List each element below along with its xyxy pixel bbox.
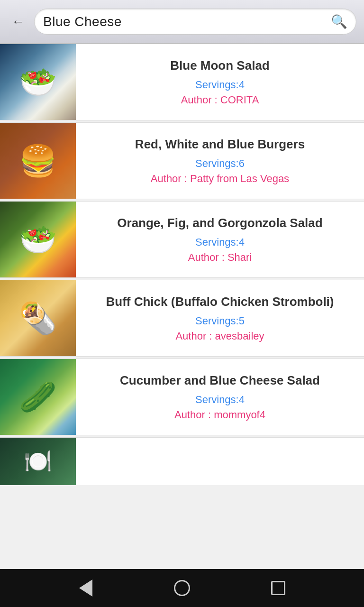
recipe-item[interactable]: Red, White and Blue Burgers Servings:6 A… [0,122,364,199]
recipe-item[interactable]: Orange, Fig, and Gorgonzola Salad Servin… [0,201,364,278]
recipe-image [0,359,76,435]
recipe-title: Blue Moon Salad [170,58,269,74]
search-bar: ← Blue Cheese 🔍 [0,0,364,44]
recipe-title: Cucumber and Blue Cheese Salad [120,373,320,389]
recipe-info: Buff Chick (Buffalo Chicken Stromboli) S… [76,280,364,356]
recipe-servings: Servings:4 [195,236,245,248]
recipe-info: Cucumber and Blue Cheese Salad Servings:… [76,359,364,435]
recent-square-icon [271,581,285,595]
search-input-container[interactable]: Blue Cheese 🔍 [34,9,356,35]
recipe-author: Author : Shari [188,251,252,264]
recipe-image [0,123,76,199]
recipe-author: Author : CORITA [181,94,259,106]
recipe-item-partial[interactable] [0,437,364,485]
search-query-text: Blue Cheese [43,14,331,29]
nav-home-button[interactable] [170,576,194,600]
recipe-item[interactable]: Buff Chick (Buffalo Chicken Stromboli) S… [0,280,364,357]
recipe-title: Orange, Fig, and Gorgonzola Salad [117,215,322,231]
recipe-image [0,280,76,356]
nav-bar [0,569,364,607]
recipe-title: Buff Chick (Buffalo Chicken Stromboli) [106,294,334,310]
nav-back-button[interactable] [74,576,98,600]
recipe-author: Author : mommyof4 [174,409,265,421]
recipe-item[interactable]: Blue Moon Salad Servings:4 Author : CORI… [0,44,364,120]
recipe-servings: Servings:5 [195,315,245,327]
back-button[interactable]: ← [8,12,28,31]
recipe-servings: Servings:6 [195,157,245,170]
recipe-image [0,44,76,120]
recipe-servings: Servings:4 [195,79,245,91]
search-icon[interactable]: 🔍 [331,14,347,29]
recipe-servings: Servings:4 [195,394,245,406]
recipe-list: Blue Moon Salad Servings:4 Author : CORI… [0,44,364,569]
nav-recent-button[interactable] [266,576,290,600]
recipe-image [0,202,76,277]
recipe-image-partial [0,438,76,485]
recipe-info: Orange, Fig, and Gorgonzola Salad Servin… [76,202,364,277]
recipe-title: Red, White and Blue Burgers [135,137,305,153]
back-triangle-icon [79,579,92,597]
recipe-author: Author : avesbailey [175,330,264,342]
recipe-author: Author : Patty from Las Vegas [151,173,289,185]
home-circle-icon [174,580,190,596]
recipe-info: Blue Moon Salad Servings:4 Author : CORI… [76,44,364,120]
recipe-info: Red, White and Blue Burgers Servings:6 A… [76,123,364,199]
recipe-item[interactable]: Cucumber and Blue Cheese Salad Servings:… [0,359,364,435]
